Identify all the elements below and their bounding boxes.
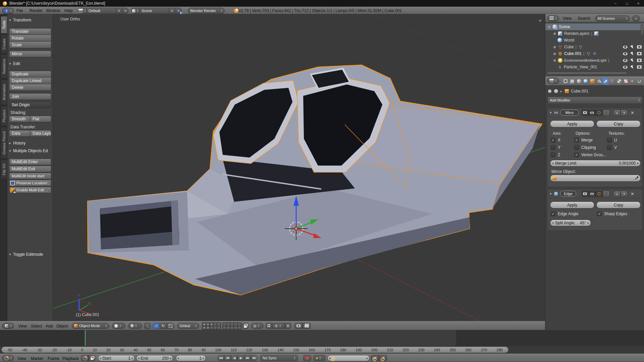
play-reverse-button[interactable]: ◀ (231, 355, 237, 361)
collapse-icon[interactable] (547, 25, 551, 29)
scale-manipulator-button[interactable] (167, 323, 174, 329)
mirror-copy-button[interactable]: Copy (596, 120, 641, 127)
tab-material[interactable] (616, 78, 622, 84)
modifier-render-toggle[interactable] (582, 110, 589, 116)
select-menu[interactable]: Select (31, 324, 42, 328)
layers-grid-left[interactable] (202, 322, 221, 330)
shade-flat-button[interactable]: Flat (30, 116, 51, 122)
tab-animation[interactable]: Animation (1, 79, 7, 105)
outliner-editor-selector[interactable] (547, 15, 559, 21)
tab-grease-pencil[interactable]: Grease Pencil (1, 127, 7, 159)
mirror-apply-button[interactable]: Apply (550, 120, 594, 127)
modifier-editmode-toggle[interactable] (596, 110, 603, 116)
menu-render[interactable]: Render (30, 8, 43, 13)
visibility-eye-icon[interactable] (623, 59, 628, 62)
tab-object-data[interactable]: ▽ (609, 78, 615, 84)
expand-icon[interactable] (553, 32, 556, 36)
next-keyframe-button[interactable]: ▶▶ (244, 355, 251, 361)
opengl-render-button[interactable] (294, 323, 303, 329)
tab-scene[interactable] (576, 78, 582, 84)
visibility-eye-icon[interactable] (623, 46, 628, 49)
panel-multiple-objects-edit[interactable]: ▼Multiple Objects Edit: (9, 148, 52, 154)
mirror-clipping-checkbox[interactable]: Clipping (574, 145, 596, 150)
delete-button[interactable]: Delete (9, 84, 51, 91)
renderability-camera-icon[interactable] (637, 52, 642, 55)
outliner-row-world[interactable]: World (545, 37, 644, 44)
proportional-edit-dropdown[interactable]: ◎ (251, 323, 264, 329)
tab-file-io[interactable]: File I/O (1, 160, 7, 179)
data-layout-button[interactable]: Data Layo (30, 130, 51, 137)
timeline-view-menu[interactable]: View (17, 356, 26, 361)
menu-window[interactable]: Window (46, 8, 60, 13)
tab-render-layers[interactable] (569, 78, 575, 84)
menu-file[interactable]: File (16, 8, 23, 13)
sync-dropdown[interactable]: No Sync (260, 355, 298, 361)
3d-viewport[interactable]: User Ortho (1) Cube.001 z y x + (53, 14, 545, 321)
enable-multi-edit-toggle[interactable]: Enable Multi Edit ... (9, 187, 51, 193)
tab-particles[interactable]: ✳ (629, 78, 636, 84)
tab-render[interactable] (562, 78, 569, 84)
jump-to-end-button[interactable]: ▶▶| (251, 355, 258, 361)
multiedit-exit-button[interactable]: MultiEdit Exit (9, 166, 51, 172)
duplicate-linked-button[interactable]: Duplicate Linked (9, 77, 51, 84)
outliner-search-menu[interactable]: Search (578, 16, 590, 21)
rotate-manipulator-button[interactable]: ↻ (160, 323, 167, 329)
delete-keyframe-button[interactable]: ✕ (379, 355, 387, 361)
data-button[interactable]: Data (9, 130, 30, 137)
viewport-shading-dropdown[interactable] (112, 323, 125, 329)
outliner-row-cube001[interactable]: ▽ Cube.001| ▽ ⚒ (545, 50, 644, 57)
selectability-cursor-icon[interactable] (630, 45, 634, 49)
search-icon[interactable]: ⌕ (632, 15, 640, 21)
mirror-v-checkbox[interactable]: V (607, 145, 617, 150)
snap-element-dropdown[interactable] (272, 323, 285, 329)
translate-button[interactable]: Translate (9, 28, 51, 35)
layout-name[interactable]: Default (87, 8, 116, 14)
play-button[interactable]: ▶ (237, 355, 244, 361)
mirror-vgroups-checkbox[interactable]: Vertex Grou... (574, 153, 606, 157)
eyedropper-icon[interactable] (635, 177, 638, 180)
close-button[interactable]: × (633, 0, 644, 7)
tab-tools[interactable]: Tools (1, 16, 7, 34)
join-button[interactable]: Join (9, 93, 51, 100)
outliner-hscrollbar[interactable] (547, 72, 627, 74)
view-menu[interactable]: View (18, 324, 27, 328)
previous-keyframe-button[interactable]: ◀◀ (224, 355, 231, 361)
timeline-frame-menu[interactable]: Frame (48, 356, 59, 361)
preview-range-toggle[interactable] (81, 355, 89, 361)
renderability-camera-icon[interactable] (637, 65, 642, 69)
multiedit-enter-button[interactable]: MultiEdit Enter (9, 159, 51, 165)
outliner-row-renderlayers[interactable]: RenderLayers| (545, 30, 644, 37)
modifier-collapse-icon[interactable]: ▼ (549, 192, 552, 195)
modifier-delete-icon[interactable]: ✕ (631, 191, 634, 196)
pin-icon[interactable] (548, 89, 551, 93)
tab-physics[interactable]: Physics (1, 106, 7, 126)
tab-physics[interactable] (636, 78, 642, 84)
scene-selector[interactable]: Scene + × (131, 8, 182, 14)
modifier-move-down-button[interactable]: ▼ (621, 110, 628, 116)
translate-manipulator-button[interactable]: ↗ (152, 323, 160, 329)
modifier-collapse-icon[interactable]: ▼ (549, 111, 552, 114)
lock-frame-toggle[interactable] (89, 355, 95, 361)
mirror-object-field[interactable] (550, 175, 641, 182)
add-layout-button[interactable]: + (116, 8, 122, 14)
modifier-cage-toggle[interactable]: ▽ (603, 191, 610, 197)
auto-keyframe-record-button[interactable] (303, 355, 311, 361)
selectability-cursor-icon[interactable] (630, 51, 634, 56)
mirror-z-checkbox[interactable]: Z (551, 153, 560, 157)
outliner-scope-dropdown[interactable]: All Scenes (595, 15, 630, 21)
add-scene-button[interactable]: + (169, 8, 175, 14)
modifier-viewport-toggle[interactable] (589, 191, 596, 197)
lock-to-scene-toggle[interactable] (242, 323, 249, 329)
screen-layout-selector[interactable]: Default + × (78, 8, 129, 14)
start-frame-field[interactable]: Start:1 (98, 355, 135, 361)
scale-button[interactable]: Scale (9, 42, 51, 48)
modifier-delete-icon[interactable]: ✕ (631, 110, 634, 115)
edgesplit-apply-button[interactable]: Apply (550, 201, 594, 208)
timeline-tracks[interactable] (0, 330, 644, 346)
modifier-viewport-toggle[interactable] (589, 110, 596, 116)
minimize-button[interactable]: − (610, 0, 621, 7)
snap-toggle[interactable]: Ω (266, 323, 272, 329)
render-engine-selector[interactable]: Blender Render (188, 8, 225, 14)
viewport-editor-selector[interactable] (2, 323, 14, 329)
modifier-move-down-button[interactable]: ▼ (621, 191, 628, 197)
